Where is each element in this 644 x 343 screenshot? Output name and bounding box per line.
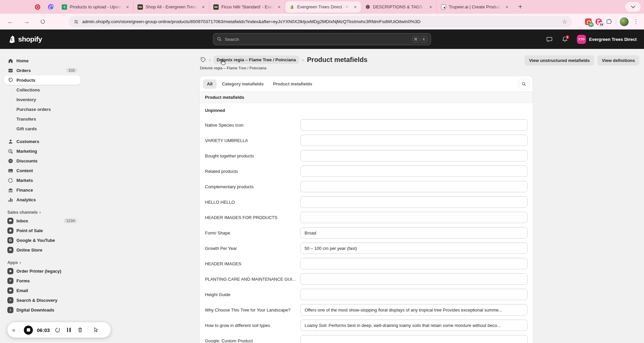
tag-breadcrumb-icon[interactable] [200, 57, 206, 63]
sidebar-item-gift-cards[interactable]: Gift cards [4, 124, 80, 133]
pinned-tab-recording[interactable] [31, 1, 44, 13]
close-icon[interactable]: × [504, 4, 510, 10]
sales-channels-header[interactable]: Sales channels › [7, 210, 80, 215]
pause-recording-button[interactable] [65, 326, 72, 334]
sidebar-item-google-youtube[interactable]: G Google & YouTube [4, 235, 80, 245]
sidebar-item-label: Home [16, 58, 29, 63]
content-icon [7, 167, 13, 174]
tab-title: Ficus hillii 'Standard' - Everg [221, 4, 273, 9]
view-unstructured-metafields-button[interactable]: View unstructured metafields [525, 55, 594, 66]
tab-product-metafields[interactable]: Product metafields [269, 79, 316, 89]
metafield-input-bought-together-products[interactable] [300, 150, 528, 161]
metafield-input-planting-care[interactable] [300, 273, 528, 285]
breadcrumb-product-link[interactable]: Delonix regia – Flame Tree / Poinciana [213, 56, 299, 64]
sidebar-item-online-store[interactable]: Online Store [4, 245, 80, 255]
sidebar-item-transfers[interactable]: Transfers [4, 114, 80, 124]
metafield-row: Google: Custom Product [200, 333, 533, 343]
collapse-toolbar-button[interactable]: « [12, 327, 15, 334]
back-button[interactable]: ← [5, 16, 16, 27]
tab-category-metafields[interactable]: Category metafields [218, 79, 268, 89]
notifications-button[interactable]: 1 [559, 34, 570, 45]
metafield-input-soil-types[interactable] [300, 320, 528, 331]
sidebar-item-inventory[interactable]: Inventory [4, 95, 80, 104]
extension-red-button[interactable]: 30 [585, 18, 592, 25]
metafield-input-related-products[interactable] [300, 165, 528, 177]
metafield-label: PLANTING CARE AND MAINTENANCE GUI... [205, 277, 300, 282]
metafields-search-button[interactable] [519, 79, 529, 89]
bookmark-icon[interactable]: ☆ [562, 18, 567, 25]
metafield-input-native-species-icon[interactable] [300, 119, 528, 131]
browser-tab-descriptions-tags[interactable]: DESCRIPTIONS & TAGS × [361, 1, 437, 13]
sidebar-item-email[interactable]: Email [4, 286, 80, 295]
address-bar[interactable]: admin.shopify.com/store/green-group-onli… [69, 16, 572, 27]
close-icon[interactable]: × [124, 4, 130, 10]
metafield-input-header-images-for-products[interactable] [300, 212, 528, 223]
sidebar-item-label: Online Store [16, 248, 42, 253]
sidebar-item-markets[interactable]: $ Markets [4, 176, 80, 185]
sidebar-item-marketing[interactable]: Marketing [4, 146, 80, 156]
sidebar-item-analytics[interactable]: Analytics [4, 195, 80, 204]
close-icon[interactable]: × [200, 4, 206, 10]
sidebar-item-purchase-orders[interactable]: Purchase orders [4, 105, 80, 114]
sidebar-item-digital-downloads[interactable]: Digital Downloads [4, 305, 80, 315]
inbox-chat-button[interactable] [544, 34, 555, 45]
sidebar-item-customers[interactable]: Customers [4, 137, 80, 146]
restart-recording-button[interactable] [54, 326, 61, 334]
browser-tab-shop-all[interactable]: Shop All - Evergreen Trees Di × [133, 1, 209, 13]
browser-tab-products-to-upload[interactable]: Products to upload - Upwork × [58, 1, 133, 13]
sidebar-item-search-discovery[interactable]: Search & Discovery [4, 295, 80, 305]
metafield-input-form-shape[interactable] [300, 227, 528, 238]
metafield-input-why-choose-this-tree[interactable] [300, 304, 528, 316]
new-tab-button[interactable]: + [515, 1, 526, 13]
orders-icon [7, 67, 13, 73]
sidebar-item-order-printer[interactable]: Order Printer (legacy) [4, 266, 80, 276]
sidebar-item-home[interactable]: Home [4, 56, 80, 65]
metafield-input-growth-per-year[interactable] [300, 243, 528, 254]
sidebar-item-label: Google & YouTube [16, 238, 55, 243]
divider [88, 326, 88, 334]
metafield-input-height-guide[interactable] [300, 289, 528, 300]
extensions-puzzle-icon[interactable] [606, 18, 612, 25]
apps-header[interactable]: Apps › [7, 260, 80, 265]
browser-tab-trupeer[interactable]: Trupeer.ai | Create Product V × [437, 1, 513, 13]
browser-menu-button[interactable]: ⋮ [632, 18, 639, 25]
store-account-button[interactable]: ETD Evergreen Trees Direct [575, 33, 639, 45]
sidebar-item-finance[interactable]: Finance [4, 185, 80, 195]
sidebar-item-point-of-sale[interactable]: Point of Sale [4, 226, 80, 235]
sidebar-item-products[interactable]: Products [4, 75, 80, 85]
site-settings-icon[interactable] [73, 19, 79, 24]
reload-button[interactable] [37, 16, 48, 27]
tab-search-chevron-button[interactable] [625, 2, 641, 12]
tab-all[interactable]: All [203, 79, 217, 89]
close-icon[interactable]: × [276, 4, 282, 10]
metafield-input-google-custom-product[interactable] [300, 335, 528, 343]
browser-tab-ficus-hillii[interactable]: Ficus hillii 'Standard' - Everg × [209, 1, 285, 13]
sidebar-item-collections[interactable]: Collections [4, 85, 80, 94]
global-search-input[interactable]: Search ⌘ K [213, 33, 431, 45]
forward-button[interactable]: → [21, 16, 32, 27]
metafield-input-header-images[interactable] [300, 258, 528, 269]
stop-recording-button[interactable] [24, 326, 33, 335]
sidebar-item-inbox[interactable]: Inbox 1234 [4, 216, 80, 225]
extension-pink-button[interactable]: 16 [595, 18, 602, 25]
metafield-input-variety-umbrella[interactable] [300, 135, 528, 146]
tab-title: Shop All - Evergreen Trees Di [146, 4, 198, 9]
delete-recording-button[interactable] [76, 326, 84, 334]
shopify-logo[interactable]: shopify [8, 35, 42, 44]
metafield-input-complementary-products[interactable] [300, 181, 528, 192]
close-icon[interactable]: × [428, 4, 434, 10]
tab-title: Products to upload - Upwork [70, 4, 122, 9]
admin-header: shopify Search ⌘ K 1 ETD Evergreen Trees… [0, 29, 644, 49]
metafield-input-hello-hello[interactable] [300, 196, 528, 208]
sidebar-item-forms[interactable]: Forms [4, 276, 80, 285]
sidebar-item-content[interactable]: Content [4, 166, 80, 175]
sidebar-item-orders[interactable]: Orders 102 [4, 66, 80, 75]
browser-tab-evergreen-trees-direct-active[interactable]: Evergreen Trees Direct · Prod × [285, 1, 361, 13]
metafield-label: Google: Custom Product [205, 338, 300, 343]
cursor-tool-button[interactable] [92, 326, 100, 334]
sidebar-item-discounts[interactable]: Discounts [4, 156, 80, 165]
view-definitions-button[interactable]: View definitions [597, 55, 639, 66]
close-icon[interactable]: × [352, 4, 358, 10]
browser-profile-avatar[interactable] [620, 17, 629, 26]
pinned-tab-assistant[interactable] [44, 1, 58, 13]
